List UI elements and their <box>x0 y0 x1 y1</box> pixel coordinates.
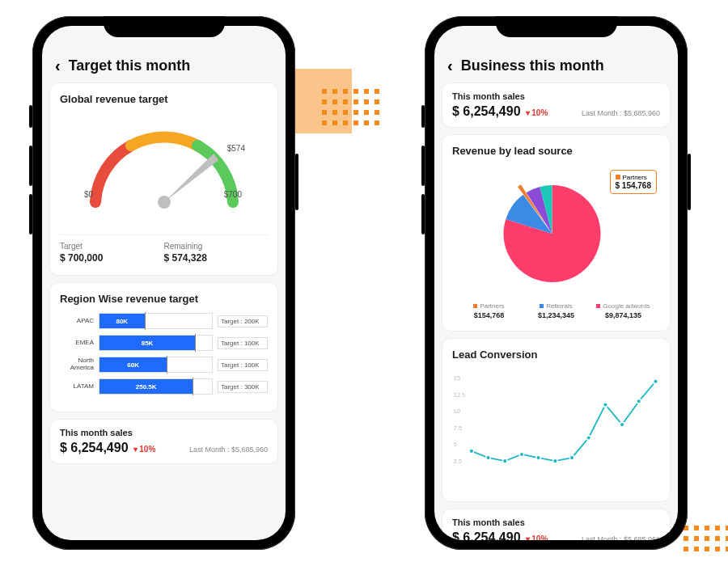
page-title: Business this month <box>461 57 604 74</box>
region-row: LATAM250.5KTarget : 300K <box>60 378 268 395</box>
sales-delta: 10% <box>526 534 548 540</box>
svg-text:5: 5 <box>454 441 457 448</box>
phone-business: ‹ Business this month This month sales $… <box>425 16 688 550</box>
svg-point-15 <box>586 436 591 441</box>
svg-point-16 <box>603 403 608 408</box>
svg-text:10: 10 <box>454 408 460 415</box>
gauge-chart: $0 $574 $700 <box>60 113 268 234</box>
svg-point-11 <box>519 452 524 457</box>
legend-item: Partners$154,768 <box>455 302 523 319</box>
svg-point-19 <box>654 379 658 384</box>
svg-point-10 <box>502 458 507 463</box>
back-icon[interactable]: ‹ <box>447 57 453 75</box>
svg-marker-0 <box>164 154 218 202</box>
decor-dots-top <box>322 89 379 125</box>
region-name: APAC <box>60 318 94 325</box>
sales-title: This month sales <box>452 91 660 101</box>
svg-point-9 <box>486 455 491 460</box>
header: ‹ Target this month <box>50 55 277 83</box>
region-row: APAC80KTarget : 200K <box>60 313 268 329</box>
region-bar: 60K <box>99 357 213 373</box>
legend-item: Referrals$1,234,345 <box>523 302 590 319</box>
remaining-label: Remaining <box>164 242 269 251</box>
region-bar: 250.5K <box>99 378 213 395</box>
card-revenue-by-lead-source: Revenue by lead source Partners $ 154,76… <box>442 135 670 331</box>
svg-point-14 <box>569 455 574 460</box>
region-name: EMEA <box>60 340 94 347</box>
sales-delta: 10% <box>526 108 548 117</box>
card-title: Global revenue target <box>60 93 268 105</box>
svg-text:7.5: 7.5 <box>454 424 462 432</box>
back-icon[interactable]: ‹ <box>55 57 61 75</box>
region-target: Target : 100K <box>218 359 268 371</box>
header: ‹ Business this month <box>442 55 670 83</box>
region-bar: 85K <box>99 335 213 351</box>
sales-value: $ 6,254,490 <box>452 530 521 540</box>
phone-notch <box>496 16 617 37</box>
svg-point-1 <box>158 196 171 209</box>
region-bar-fill: 85K <box>99 336 195 350</box>
card-this-month-sales: This month sales $ 6,254,490 10% Last Mo… <box>50 420 277 463</box>
region-row: EMEA85KTarget : 100K <box>60 335 268 351</box>
line-chart: 1512.5107.552.5 <box>452 369 660 490</box>
gauge-min-label: $0 <box>84 190 93 199</box>
sales-last: Last Month : $5,685,960 <box>189 446 268 454</box>
card-this-month-sales-bottom: This month sales $ 6,254,490 10% Last Mo… <box>442 509 670 540</box>
sales-last: Last Month : $5,685,960 <box>582 535 660 540</box>
card-global-revenue-target: Global revenue target $0 $574 $700 <box>50 83 277 275</box>
svg-point-17 <box>620 422 624 427</box>
card-title: Region Wise revenue target <box>60 293 268 305</box>
region-bar: 80K <box>99 313 213 329</box>
sales-delta: 10% <box>133 445 156 454</box>
svg-text:15: 15 <box>454 374 460 382</box>
gauge-value-label: $574 <box>227 144 245 153</box>
sales-title: This month sales <box>60 428 268 437</box>
card-title: Lead Conversion <box>452 348 660 361</box>
region-bar-fill: 60K <box>99 357 167 372</box>
region-target: Target : 200K <box>218 315 268 327</box>
sales-value: $ 6,254,490 <box>452 104 521 119</box>
pie-tooltip: Partners $ 154,768 <box>610 170 658 194</box>
card-region-wise-revenue: Region Wise revenue target APAC80KTarget… <box>50 283 277 412</box>
card-title: Revenue by lead source <box>452 145 660 157</box>
legend-item: Google adwords$9,874,135 <box>590 302 657 319</box>
sales-title: This month sales <box>452 517 660 527</box>
phone-notch <box>104 16 225 37</box>
svg-point-8 <box>469 449 474 454</box>
sales-value: $ 6,254,490 <box>60 441 129 455</box>
remaining-value: $ 574,328 <box>164 252 269 264</box>
page-title: Target this month <box>69 57 191 74</box>
region-row: North America60KTarget : 100K <box>60 357 268 373</box>
region-target: Target : 100K <box>218 337 268 349</box>
gauge-max-label: $700 <box>224 190 242 199</box>
tooltip-value: $ 154,768 <box>616 181 652 190</box>
svg-point-18 <box>637 399 641 404</box>
svg-text:12.5: 12.5 <box>454 391 465 399</box>
region-bar-fill: 250.5K <box>99 379 193 394</box>
svg-point-13 <box>553 458 558 463</box>
tooltip-swatch <box>616 175 620 180</box>
sales-last: Last Month : $5,685,960 <box>582 109 660 117</box>
region-bar-fill: 80K <box>99 314 145 328</box>
svg-point-12 <box>536 455 541 460</box>
target-value: $ 700,000 <box>60 252 164 264</box>
region-target: Target : 300K <box>218 381 268 393</box>
target-label: Target <box>60 242 164 251</box>
card-lead-conversion: Lead Conversion 1512.5107.552.5 <box>442 339 670 501</box>
pie-legend: Partners$154,768Referrals$1,234,345Googl… <box>452 302 660 319</box>
region-name: North America <box>60 357 94 372</box>
phone-target: ‹ Target this month Global revenue targe… <box>32 16 295 550</box>
decor-dots-bottom <box>684 526 728 551</box>
card-this-month-sales-top: This month sales $ 6,254,490 10% Last Mo… <box>442 83 670 127</box>
svg-text:2.5: 2.5 <box>454 458 462 465</box>
tooltip-name: Partners <box>623 174 647 181</box>
region-name: LATAM <box>60 383 94 391</box>
